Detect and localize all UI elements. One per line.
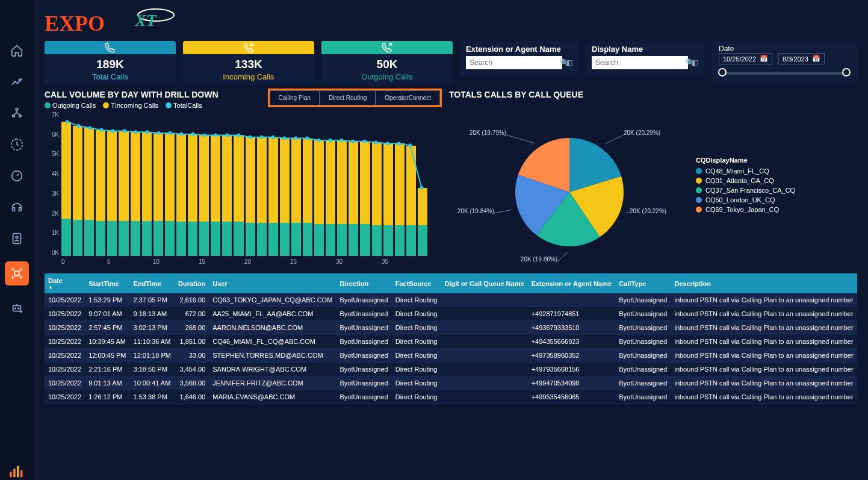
pie-legend-item[interactable]: CQ48_Miami_FL_CQ	[696, 167, 795, 175]
filter-extension-input[interactable]	[470, 58, 560, 67]
nav-time-icon[interactable]	[8, 136, 25, 153]
pie-legend-item[interactable]: CQ01_Atlanta_GA_CQ	[696, 177, 795, 184]
table-row[interactable]: 10/25/202210:39:45 AM11:10:36 AM1,851.00…	[45, 335, 857, 349]
nav-gauge-icon[interactable]	[8, 167, 25, 184]
bar-column[interactable]	[176, 111, 186, 256]
kpi-card-1[interactable]: 133K Incoming Calls	[183, 41, 314, 85]
kpi-card-0[interactable]: 189K Total Calls	[45, 41, 176, 85]
table-row[interactable]: 10/25/20221:53:29 PM2:37:05 PM2,616.00CQ…	[45, 293, 857, 307]
bar-column[interactable]	[372, 111, 382, 256]
call-table[interactable]: Date▲StartTimeEndTimeDurationUserDirecti…	[45, 273, 857, 474]
col-header[interactable]: EndTime	[130, 273, 175, 293]
table-cell: ByotUnassigned	[615, 293, 671, 307]
bar-column[interactable]	[418, 111, 427, 256]
nav-scan-icon[interactable]	[5, 261, 29, 285]
nav-contact-icon[interactable]	[8, 230, 25, 247]
table-cell: +493679333510	[528, 321, 616, 335]
pie-legend-item[interactable]: CQ50_London_UK_CQ	[696, 196, 795, 204]
date-to-chip[interactable]: 8/3/2023📅	[778, 53, 825, 64]
col-header[interactable]: Extension or Agent Name	[528, 273, 616, 293]
table-cell: inbound PSTN call via Calling Plan to an…	[671, 335, 857, 349]
bar-column[interactable]	[314, 111, 324, 256]
eraser-icon[interactable]: ◧	[566, 58, 572, 67]
table-row[interactable]: 10/25/20229:01:13 AM10:00:41 AM3,568.00J…	[45, 376, 857, 390]
bar-column[interactable]	[84, 111, 94, 256]
bar-column[interactable]	[395, 111, 405, 256]
pie-chart[interactable]: 20K (20.29%)20K (20.22%)20K (19.86%)20K …	[449, 108, 678, 264]
filter-extension-search[interactable]: 🔍	[466, 56, 562, 69]
col-header[interactable]: Duration	[175, 273, 209, 293]
bar-column[interactable]	[257, 111, 267, 256]
date-from-chip[interactable]: 10/25/2022📅	[719, 53, 772, 64]
bar-column[interactable]	[119, 111, 128, 256]
bar-column[interactable]	[61, 111, 71, 256]
nav-bot-add-icon[interactable]	[8, 300, 25, 317]
bar-column[interactable]	[153, 111, 163, 256]
bar-column[interactable]	[199, 111, 209, 256]
phone-icon	[105, 42, 116, 53]
filter-display-search[interactable]: 🔍	[592, 56, 688, 69]
slider-thumb-right[interactable]	[842, 68, 851, 76]
col-header[interactable]: Description	[671, 273, 857, 293]
col-header[interactable]: StartTime	[85, 273, 129, 293]
bar-column[interactable]	[107, 111, 117, 256]
legend-item[interactable]: TIncoming Calls	[103, 102, 158, 109]
bar-column[interactable]	[188, 111, 197, 256]
bar-column[interactable]	[280, 111, 290, 256]
table-cell: inbound PSTN call via Calling Plan to an…	[671, 349, 857, 363]
pie-legend-item[interactable]: CQ69_Tokyo_Japan_CQ	[696, 206, 795, 213]
date-slider[interactable]	[719, 68, 850, 76]
x-tick: 0	[61, 258, 107, 268]
tab-direct-routing[interactable]: Direct Routing	[320, 90, 376, 105]
col-header[interactable]: User	[209, 273, 336, 293]
bar-column[interactable]	[291, 111, 301, 256]
nav-headset-icon[interactable]	[8, 199, 25, 216]
table-cell: ByotUnassigned	[615, 349, 671, 363]
eraser-icon[interactable]: ◧	[692, 58, 698, 67]
nav-home-icon[interactable]	[8, 42, 25, 59]
bar-column[interactable]	[326, 111, 335, 256]
legend-item[interactable]: TotalCalls	[166, 102, 202, 109]
legend-item[interactable]: Outgoing Calls	[45, 102, 96, 109]
table-row[interactable]: 10/25/202212:00:45 PM12:01:18 PM33.00STE…	[45, 349, 857, 363]
tab-operator-connect[interactable]: OperatorConnect	[376, 90, 440, 105]
bar-column[interactable]	[234, 111, 243, 256]
bar-column[interactable]	[349, 111, 358, 256]
table-cell: inbound PSTN call via Calling Plan to an…	[671, 293, 857, 307]
nav-org-icon[interactable]	[8, 105, 25, 122]
pie-legend-item[interactable]: CQ37_San Francisco_CA_CQ	[696, 187, 795, 194]
kpi-icon-bar	[45, 41, 176, 54]
bar-column[interactable]	[211, 111, 220, 256]
col-header[interactable]: Date▲	[45, 273, 85, 293]
bar-column[interactable]	[142, 111, 152, 256]
table-row[interactable]: 10/25/20222:57:45 PM3:02:13 PM268.00AARO…	[45, 321, 857, 335]
bar-column[interactable]	[406, 111, 416, 256]
bar-column[interactable]	[360, 111, 370, 256]
slider-thumb-left[interactable]	[718, 68, 727, 76]
table-cell: ByotUnassigned	[336, 349, 392, 363]
calendar-icon: 📅	[760, 55, 768, 63]
bar-column[interactable]	[303, 111, 312, 256]
bar-column[interactable]	[222, 111, 232, 256]
table-row[interactable]: 10/25/20221:26:12 PM1:53:38 PM1,646.00MA…	[45, 390, 857, 404]
svg-point-8	[14, 308, 16, 309]
bar-column[interactable]	[246, 111, 255, 256]
tab-calling-plan[interactable]: Calling Plan	[270, 90, 320, 105]
filter-display-input[interactable]	[595, 58, 686, 67]
col-header[interactable]: CallType	[615, 273, 671, 293]
table-row[interactable]: 10/25/20222:21:16 PM3:18:50 PM3,454.00SA…	[45, 363, 857, 376]
kpi-card-2[interactable]: 50K Outgoing Calls	[321, 41, 453, 85]
table-row[interactable]: 10/25/20229:07:01 AM9:18:13 AM672.00AA25…	[45, 307, 857, 321]
bar-chart[interactable]: 7K6K5K4K3K2K1K0K	[45, 111, 430, 268]
nav-trend-icon[interactable]	[8, 73, 25, 90]
bar-column[interactable]	[268, 111, 278, 256]
bar-column[interactable]	[383, 111, 393, 256]
bar-column[interactable]	[165, 111, 175, 256]
col-header[interactable]: FactSource	[392, 273, 441, 293]
col-header[interactable]: Digit or Call Queue Name	[441, 273, 528, 293]
bar-column[interactable]	[73, 111, 82, 256]
col-header[interactable]: Direction	[336, 273, 392, 293]
bar-column[interactable]	[96, 111, 105, 256]
bar-column[interactable]	[337, 111, 347, 256]
bar-column[interactable]	[131, 111, 140, 256]
